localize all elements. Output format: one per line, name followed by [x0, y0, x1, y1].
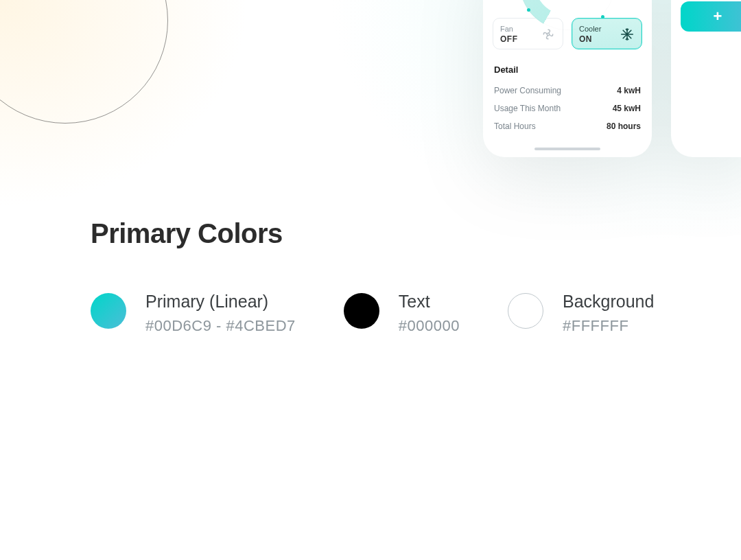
swatch-hex: #00D6C9 - #4CBED7: [145, 317, 296, 335]
pagination-dots: [681, 40, 741, 43]
swatch-name: Text: [399, 292, 460, 312]
section-title: Primary Colors: [91, 218, 686, 249]
plus-icon: +: [714, 8, 722, 25]
phone-mockup-b: Polytr Total H +: [671, 0, 741, 157]
fan-state: OFF: [500, 34, 518, 44]
detail-label: Total Hours: [494, 121, 536, 131]
color-circle-background: [508, 293, 543, 329]
fan-icon: [541, 27, 556, 42]
detail-row: Total Hours 80 hours: [493, 117, 642, 135]
cooler-state: ON: [579, 34, 601, 44]
detail-label: Power Consuming: [494, 86, 561, 95]
detail-value: 80 hours: [607, 121, 641, 131]
color-circle-text: [344, 293, 379, 329]
detail-row: Power Consuming 4 kwH: [493, 82, 642, 100]
phone-mockup-a: Fan OFF Cooler ON: [483, 0, 652, 157]
swatch-name: Primary (Linear): [145, 292, 296, 312]
color-circle-primary: [91, 293, 126, 329]
snowflake-icon: [620, 27, 635, 42]
swatch-background: Background #FFFFFF: [508, 292, 654, 335]
swatch-text: Text #000000: [344, 292, 460, 335]
detail-value: 45 kwH: [613, 104, 641, 113]
primary-colors-section: Primary Colors Primary (Linear) #00D6C9 …: [91, 218, 686, 335]
swatch-hex: #FFFFFF: [563, 317, 654, 335]
detail-label: Usage This Month: [494, 104, 561, 113]
phone-mockups: Fan OFF Cooler ON: [483, 0, 741, 157]
detail-value: 4 kwH: [617, 86, 641, 95]
detail-heading: Detail: [494, 65, 641, 75]
home-indicator: [534, 148, 600, 150]
swatch-name: Background: [563, 292, 654, 312]
add-device-button[interactable]: +: [681, 1, 741, 32]
swatch-row: Primary (Linear) #00D6C9 - #4CBED7 Text …: [91, 292, 686, 335]
temperature-gauge: [493, 0, 642, 16]
swatch-hex: #000000: [399, 317, 460, 335]
detail-row: Usage This Month 45 kwH: [493, 100, 642, 117]
swatch-primary: Primary (Linear) #00D6C9 - #4CBED7: [91, 292, 296, 335]
fan-label: Fan: [500, 25, 518, 33]
